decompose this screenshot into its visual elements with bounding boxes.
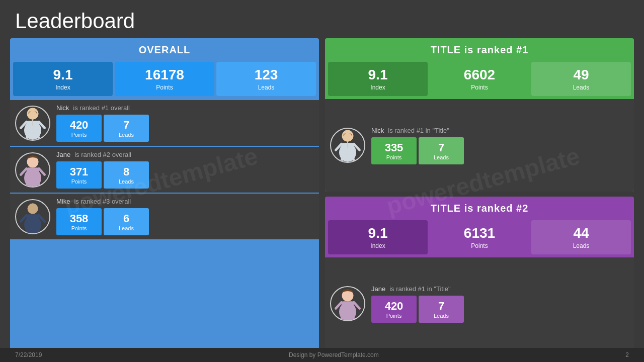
person-points-box-0: 420 Points xyxy=(56,115,102,142)
overall-leads-label: Leads xyxy=(219,84,313,91)
overall-panel: OVERALL 9.1 Index 16178 Points 123 Leads xyxy=(10,38,319,350)
rank1-points-box: 6602 Points xyxy=(430,62,529,96)
rank2-stats-row: 9.1 Index 6131 Points 44 Leads xyxy=(325,220,634,257)
person-points-value-0: 420 xyxy=(64,119,94,132)
rank1-stats-row: 9.1 Index 6602 Points 49 Leads xyxy=(325,62,634,99)
person-points-label-0: Points xyxy=(64,132,94,138)
rank2-index-value: 9.1 xyxy=(331,225,425,241)
overall-stats-row: 9.1 Index 16178 Points 123 Leads xyxy=(10,62,319,99)
overall-points-label: Points xyxy=(118,84,211,91)
right-person-leads-box: 7 Leads xyxy=(419,137,464,164)
right-person-points-label: Points xyxy=(379,313,409,319)
svg-point-33 xyxy=(344,133,352,141)
left-person-row-1: Jane is ranked #2 overall 371 Points 8 L… xyxy=(10,147,319,193)
page-title: Leaderboard xyxy=(0,0,644,38)
overall-points-box: 16178 Points xyxy=(115,62,214,96)
person-stats-1: 371 Points 8 Leads xyxy=(56,161,314,189)
person-rank-2: is ranked #3 overall xyxy=(74,198,131,205)
right-person-stats: 420 Points 7 Leads xyxy=(371,296,629,323)
person-points-box-1: 371 Points xyxy=(56,161,102,189)
svg-point-15 xyxy=(29,158,37,167)
rank1-leads-label: Leads xyxy=(534,84,628,91)
person-stats-2: 358 Points 6 Leads xyxy=(56,208,314,235)
person-leads-value-0: 7 xyxy=(112,119,141,132)
overall-leads-value: 123 xyxy=(219,67,313,83)
person-info-1: Jane is ranked #2 overall 371 Points 8 L… xyxy=(56,151,314,189)
person-rank-1: is ranked #2 overall xyxy=(74,151,131,158)
person-name-row-1: Jane is ranked #2 overall xyxy=(56,151,314,158)
right-person-leads-label: Leads xyxy=(427,313,456,319)
person-info-2: Mike is ranked #3 overall 358 Points 6 L… xyxy=(56,198,314,235)
left-person-row-2: Mike is ranked #3 overall 358 Points 6 L… xyxy=(10,194,319,239)
main-content: OVERALL 9.1 Index 16178 Points 123 Leads xyxy=(0,38,644,355)
avatar-nick-0 xyxy=(15,106,50,141)
person-leads-box-2: 6 Leads xyxy=(104,208,149,235)
person-name-1: Jane xyxy=(56,151,70,158)
rank2-leads-label: Leads xyxy=(534,242,628,249)
person-stats-0: 420 Points 7 Leads xyxy=(56,115,314,142)
rank1-index-label: Index xyxy=(331,84,425,91)
footer: 7/22/2019 Design by PoweredTemplate.com … xyxy=(0,348,644,362)
right-person-points-label: Points xyxy=(379,154,409,160)
right-person-leads-box: 7 Leads xyxy=(419,296,464,323)
rank2-leads-value: 44 xyxy=(534,225,628,241)
right-person-stats: 335 Points 7 Leads xyxy=(371,137,629,164)
rank2-points-box: 6131 Points xyxy=(430,220,529,254)
right-avatar-jane xyxy=(330,286,365,321)
rank2-index-label: Index xyxy=(331,242,425,249)
svg-point-5 xyxy=(29,111,37,119)
right-panel: TITLE is ranked #1 9.1 Index 6602 Points… xyxy=(325,38,634,350)
right-person-rank: is ranked #1 in "Title" xyxy=(388,127,449,134)
right-person-info: Jane is ranked #1 in "Title" 420 Points … xyxy=(371,285,629,323)
overall-leads-box: 123 Leads xyxy=(216,62,316,96)
left-person-row-0: Nick is ranked #1 overall 420 Points 7 L… xyxy=(10,100,319,146)
avatar-jane-1 xyxy=(15,152,50,188)
footer-date: 7/22/2019 xyxy=(15,351,42,358)
rank2-points-value: 6131 xyxy=(433,225,526,241)
right-person-info: Nick is ranked #1 in "Title" 335 Points … xyxy=(371,127,629,164)
rank1-leads-box: 49 Leads xyxy=(531,62,631,96)
rank1-points-value: 6602 xyxy=(433,67,526,83)
rank2-index-box: 9.1 Index xyxy=(328,220,428,254)
person-points-label-1: Points xyxy=(64,178,94,185)
left-people-list: Nick is ranked #1 overall 420 Points 7 L… xyxy=(10,99,319,240)
person-name-row-0: Nick is ranked #1 overall xyxy=(56,104,314,112)
rank1-points-label: Points xyxy=(433,84,526,91)
footer-page: 2 xyxy=(625,351,629,358)
person-points-value-2: 358 xyxy=(64,212,94,225)
right-person-rank: is ranked #1 in "Title" xyxy=(389,285,450,293)
right-person-leads-label: Leads xyxy=(427,154,456,160)
person-points-box-2: 358 Points xyxy=(56,208,102,235)
overall-index-box: 9.1 Index xyxy=(13,62,113,96)
overall-index-value: 9.1 xyxy=(16,67,110,83)
person-leads-box-0: 7 Leads xyxy=(104,115,149,142)
person-leads-label-0: Leads xyxy=(112,132,141,138)
right-avatar-nick xyxy=(330,128,365,163)
title-rank2-section: TITLE is ranked #2 9.1 Index 6131 Points… xyxy=(325,197,634,350)
person-leads-label-1: Leads xyxy=(112,178,141,185)
right-person-leads-value: 7 xyxy=(427,141,456,154)
svg-point-23 xyxy=(28,203,38,214)
overall-header: OVERALL xyxy=(10,38,319,62)
svg-point-43 xyxy=(344,292,352,301)
rank2-leads-box: 44 Leads xyxy=(531,220,631,254)
overall-index-label: Index xyxy=(16,84,110,91)
overall-points-value: 16178 xyxy=(118,67,211,83)
avatar-mike-2 xyxy=(15,199,50,234)
person-leads-value-2: 6 xyxy=(112,212,141,225)
person-name-0: Nick xyxy=(56,104,69,112)
right-person-name: Jane xyxy=(371,285,385,293)
person-name-2: Mike xyxy=(56,198,70,205)
rank1-person-row: Nick is ranked #1 in "Title" 335 Points … xyxy=(325,99,634,192)
right-person-name-row: Nick is ranked #1 in "Title" xyxy=(371,127,629,134)
rank2-header: TITLE is ranked #2 xyxy=(325,197,634,220)
rank1-header: TITLE is ranked #1 xyxy=(325,38,634,62)
right-person-name: Nick xyxy=(371,127,384,134)
person-info-0: Nick is ranked #1 overall 420 Points 7 L… xyxy=(56,104,314,142)
right-person-leads-value: 7 xyxy=(427,300,456,313)
person-points-label-2: Points xyxy=(64,225,94,231)
person-leads-value-1: 8 xyxy=(112,165,141,178)
rank2-person-row: Jane is ranked #1 in "Title" 420 Points … xyxy=(325,257,634,350)
title-rank1-section: TITLE is ranked #1 9.1 Index 6602 Points… xyxy=(325,38,634,192)
rank1-index-box: 9.1 Index xyxy=(328,62,428,96)
